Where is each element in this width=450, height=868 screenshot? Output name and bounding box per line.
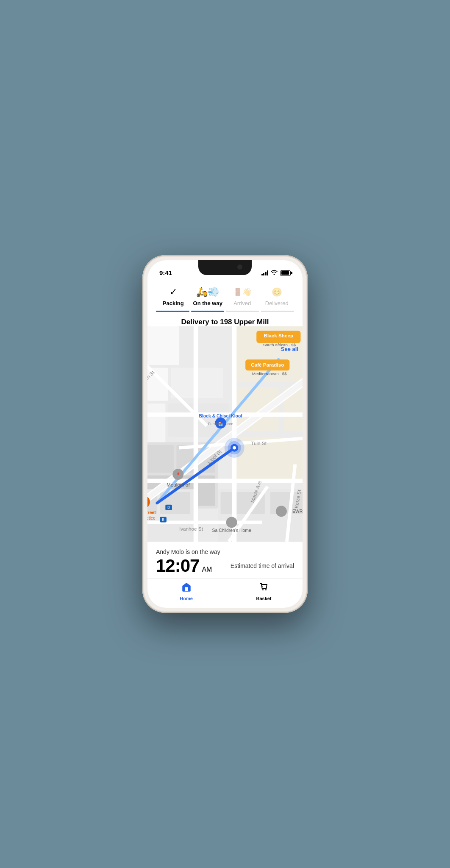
status-time: 9:41	[159, 269, 172, 276]
basket-label: Basket	[256, 596, 271, 601]
svg-text:Sa Children's Home: Sa Children's Home	[212, 528, 251, 533]
step-on-the-way: 🛵💨 On the way	[191, 286, 225, 306]
home-label: Home	[180, 596, 193, 601]
packing-label: Packing	[163, 300, 184, 306]
svg-point-70	[265, 589, 267, 590]
nav-basket[interactable]: Basket	[225, 582, 303, 601]
svg-point-36	[233, 446, 236, 450]
delivered-label: Delivered	[265, 300, 289, 306]
app-content: ✓ Packing 🛵💨 On the way 🚪👋 Arrived 😊 Del…	[147, 279, 303, 608]
eta-label: Estimated time of arrival	[231, 562, 294, 569]
battery-icon	[280, 270, 291, 276]
arrived-label: Arrived	[233, 300, 251, 306]
signal-icon	[261, 270, 269, 275]
eta-row: 12:07 AM Estimated time of arrival	[156, 557, 294, 575]
delivered-icon: 😊	[272, 286, 282, 298]
map-svg: Bath St Tuin St Kloof St Maple Ave Kotze…	[147, 326, 303, 542]
nav-home[interactable]: Home	[147, 582, 225, 601]
courier-info: Andy Molo is on the way	[156, 548, 294, 555]
svg-text:Ivanhoe St: Ivanhoe St	[179, 526, 203, 531]
svg-text:ntal Practice: ntal Practice	[147, 516, 156, 520]
see-all-link[interactable]: See all	[281, 346, 298, 352]
home-icon	[181, 582, 192, 595]
svg-text:Tuin St: Tuin St	[251, 440, 267, 446]
phone-screen: 9:41	[147, 260, 303, 608]
svg-rect-1	[147, 326, 179, 365]
svg-text:Mediterranean · $$: Mediterranean · $$	[252, 371, 287, 376]
status-icons	[261, 270, 291, 276]
on-the-way-icon: 🛵💨	[196, 286, 219, 298]
wifi-icon	[271, 270, 278, 276]
steps-row: ✓ Packing 🛵💨 On the way 🚪👋 Arrived 😊 Del…	[156, 286, 294, 306]
svg-text:B: B	[162, 517, 164, 522]
svg-text:Kloof Street: Kloof Street	[147, 510, 156, 515]
phone-frame: 9:41	[142, 255, 308, 613]
map-container[interactable]: Bath St Tuin St Kloof St Maple Ave Kotze…	[147, 326, 303, 542]
svg-text:Black Sheep: Black Sheep	[264, 333, 293, 338]
front-camera	[237, 264, 242, 270]
svg-point-60	[226, 517, 237, 528]
svg-text:Furniture store: Furniture store	[208, 422, 233, 426]
svg-text:Cafè Paradiso: Cafè Paradiso	[251, 362, 284, 367]
eta-ampm: AM	[202, 566, 212, 573]
eta-time: 12:07	[156, 557, 199, 575]
svg-text:Meulenhof: Meulenhof	[167, 482, 190, 487]
step-arrived: 🚪👋 Arrived	[225, 286, 260, 306]
svg-text:Block & Chisel Kloof: Block & Chisel Kloof	[199, 414, 242, 418]
svg-point-69	[262, 589, 264, 590]
step-delivered: 😊 Delivered	[260, 286, 294, 306]
packing-icon: ✓	[169, 286, 177, 298]
progress-section: ✓ Packing 🛵💨 On the way 🚪👋 Arrived 😊 Del…	[147, 279, 303, 312]
arrived-icon: 🚪👋	[233, 286, 252, 298]
info-panel: Andy Molo is on the way 12:07 AM Estimat…	[147, 542, 303, 578]
delivery-title: Delivery to 198 Upper Mill	[147, 312, 303, 326]
notch	[198, 260, 252, 275]
basket-icon	[259, 582, 269, 595]
svg-rect-4	[147, 403, 165, 448]
step-packing: ✓ Packing	[156, 286, 191, 306]
svg-text:EWR Residence CPUT: EWR Residence CPUT	[292, 509, 303, 514]
svg-rect-18	[221, 492, 265, 514]
svg-rect-11	[147, 445, 174, 473]
on-the-way-label: On the way	[193, 300, 222, 306]
svg-text:B: B	[167, 505, 170, 509]
svg-text:📍: 📍	[175, 472, 181, 478]
svg-point-58	[276, 506, 287, 517]
bottom-nav: Home Basket	[147, 578, 303, 608]
